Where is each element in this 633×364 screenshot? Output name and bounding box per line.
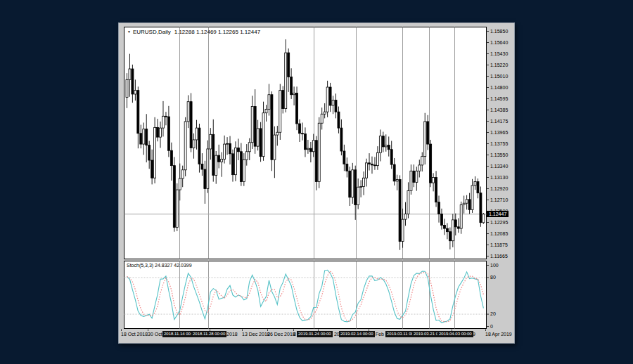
stoch-level-label: 100 [490,263,499,268]
price-tick-label: 1.13550 [490,152,508,158]
time-marker-label: 2018.11.28 00:00 [191,331,226,337]
current-price-tag: 1.12447 [487,211,509,217]
price-tick-label: 1.12295 [490,220,508,226]
time-tick-label: 18 Oct 2018 [121,332,148,337]
time-tick-label: 26 Dec 2018 [267,332,295,337]
time-tick-label: 18 Apr 2019 [485,332,512,337]
stoch-level-label: 20 [490,311,496,317]
price-tick-label: 1.13340 [490,164,508,169]
time-marker-label: 2019.01.24 00:00 [297,331,333,337]
price-tick-label: 1.14385 [490,108,508,113]
price-tick-label: 1.13755 [490,141,508,147]
price-tick-label: 1.14175 [490,119,508,124]
price-tick-label: 1.14595 [490,96,508,102]
price-tick-label: 1.12710 [490,197,508,203]
candlestick-chart-canvas[interactable] [0,0,633,364]
price-tick-label: 1.13130 [490,175,508,181]
price-tick-label: 1.15220 [490,63,508,68]
stoch-level-label: 0 [490,324,493,330]
desktop-background: ▼EURUSD,Daily1.12288 1.12469 1.12265 1.1… [0,0,633,364]
price-tick-label: 1.11665 [490,254,508,259]
chart-title: ▼EURUSD,Daily1.12288 1.12469 1.12265 1.1… [127,29,260,35]
price-tick-label: 1.13965 [490,130,508,136]
ohlc-values: 1.12288 1.12469 1.12265 1.12447 [174,29,260,35]
time-tick-label: 13 Dec 2018 [242,332,270,337]
quick-trade-arrow-icon[interactable]: ▼ [127,30,131,34]
price-tick-label: 1.15430 [490,51,508,57]
indicator-label: Stoch(5,3,3) 24.8327 42.0399 [127,263,192,268]
price-tick-label: 1.15850 [490,29,508,34]
stoch-level-label: 80 [490,275,496,280]
time-marker-label: 2019.04.03 00:00 [437,331,473,337]
price-tick-label: 1.15640 [490,40,508,46]
stochastic-panel[interactable] [124,261,487,329]
price-tick-label: 1.11875 [490,242,508,248]
price-tick-label: 1.14800 [490,85,508,91]
price-tick-label: 1.12920 [490,186,508,192]
symbol-period-label: EURUSD,Daily [133,29,171,35]
price-tick-label: 1.15010 [490,74,508,79]
price-tick-label: 1.12085 [490,231,508,237]
time-marker-label: 2019.02.14 00:00 [339,331,375,337]
